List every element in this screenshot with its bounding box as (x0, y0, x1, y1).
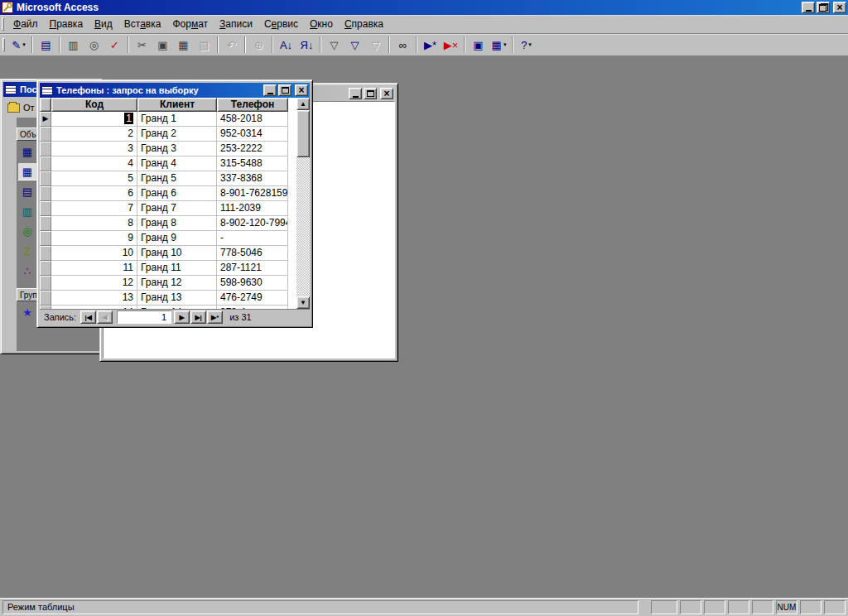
row-selector[interactable] (40, 231, 51, 246)
cell-phone[interactable]: 598-9630 (217, 276, 288, 291)
spelling-button[interactable]: ✓ (105, 36, 124, 54)
find-button[interactable]: ∞ (393, 36, 412, 54)
current-record-input[interactable] (117, 310, 171, 324)
query-maximize-button[interactable] (278, 84, 292, 96)
cell-client[interactable]: Гранд 5 (137, 171, 217, 186)
cell-id[interactable]: 9 (51, 231, 137, 246)
row-selector[interactable] (40, 142, 51, 156)
db-object-queries[interactable]: ▦ (17, 162, 37, 180)
undo-button[interactable]: ↶ (222, 36, 241, 54)
view-design-button[interactable]: ✎▾ (9, 36, 28, 54)
menu-insert[interactable]: Вставка (118, 16, 167, 33)
cell-id[interactable]: 1 (51, 112, 137, 127)
menu-records[interactable]: Записи (214, 16, 258, 33)
menu-grip[interactable] (2, 17, 4, 31)
filter-by-form-button[interactable]: ▽ (345, 36, 364, 54)
cell-client[interactable]: Гранд 10 (137, 246, 217, 261)
bg-minimize-button[interactable] (349, 88, 362, 99)
cell-id[interactable]: 14 (51, 306, 137, 309)
menu-edit[interactable]: Правка (44, 16, 89, 33)
cell-phone[interactable]: 778-5046 (217, 246, 288, 261)
cell-client[interactable]: Гранд 13 (137, 291, 217, 306)
cell-client[interactable]: Гранд 3 (137, 142, 217, 156)
print-button[interactable]: ▥ (64, 36, 83, 54)
cell-id[interactable]: 2 (51, 127, 137, 142)
row-selector[interactable] (40, 261, 51, 276)
cell-id[interactable]: 4 (51, 156, 137, 171)
cell-id[interactable]: 3 (51, 142, 137, 156)
insert-hyperlink-button[interactable]: ⊕ (249, 36, 268, 54)
menu-format[interactable]: Формат (166, 16, 214, 33)
scroll-up-button[interactable]: ▲ (296, 98, 310, 110)
cell-id[interactable]: 13 (51, 291, 137, 306)
dropdown-arrow-icon[interactable]: ▾ (22, 41, 26, 48)
row-selector[interactable] (40, 156, 51, 171)
delete-record-button[interactable]: ▶× (441, 36, 460, 54)
row-selector[interactable] (40, 186, 51, 201)
save-button[interactable]: ▤ (36, 36, 55, 54)
cell-phone[interactable]: 111-2039 (217, 201, 288, 216)
new-record-button[interactable]: ▶* (421, 36, 440, 54)
row-selector[interactable] (40, 276, 51, 291)
previous-record-button[interactable]: ◀ (97, 310, 113, 324)
scrollbar-thumb[interactable] (296, 110, 310, 157)
cell-client[interactable]: Гранд 2 (137, 127, 217, 142)
row-selector[interactable] (40, 171, 51, 186)
bg-maximize-button[interactable] (364, 88, 377, 99)
new-record-button[interactable]: ▶* (207, 310, 223, 324)
db-object-pages[interactable]: ◎ (17, 222, 37, 240)
first-record-button[interactable]: |◀ (80, 310, 96, 324)
scroll-down-button[interactable]: ▼ (296, 296, 310, 309)
db-group-favorites[interactable]: ★ (17, 303, 37, 321)
cell-client[interactable]: Гранд 6 (137, 186, 217, 201)
dropdown-arrow-icon[interactable]: ▾ (504, 41, 507, 48)
menu-window[interactable]: Окно (304, 16, 339, 33)
cut-button[interactable]: ✂ (132, 36, 152, 54)
select-all-corner[interactable] (40, 98, 51, 112)
copy-button[interactable]: ▣ (153, 36, 172, 54)
column-header-client[interactable]: Клиент (137, 98, 217, 112)
cell-client[interactable]: Гранд 8 (137, 216, 217, 231)
db-object-macros[interactable]: Z (17, 242, 37, 260)
row-selector[interactable] (40, 127, 51, 142)
cell-phone[interactable]: 952-0314 (217, 127, 288, 142)
paste-button[interactable]: ▦ (174, 36, 193, 54)
cell-phone[interactable]: 287-1121 (217, 261, 288, 276)
scrollbar-track[interactable] (296, 157, 310, 296)
cell-id[interactable]: 12 (51, 276, 137, 291)
next-record-button[interactable]: ▶ (174, 310, 190, 324)
toolbar-grip[interactable] (2, 38, 5, 51)
cell-phone[interactable]: 476-2749 (217, 291, 288, 306)
cell-client[interactable]: Гранд 11 (137, 261, 217, 276)
cell-phone[interactable]: - (217, 231, 288, 246)
column-header-id[interactable]: Код (51, 98, 137, 112)
menu-tools[interactable]: Сервис (258, 16, 304, 33)
last-record-button[interactable]: ▶| (190, 310, 206, 324)
menu-help[interactable]: Справка (339, 16, 389, 33)
query-minimize-button[interactable] (263, 84, 277, 96)
cell-phone[interactable]: 253-2222 (217, 142, 288, 156)
row-selector[interactable] (40, 201, 51, 216)
cell-phone[interactable]: 373-4 (217, 306, 288, 309)
cell-client[interactable]: Гранд 12 (137, 276, 217, 291)
cell-phone[interactable]: 8-902-120-7994 (217, 216, 288, 231)
row-selector[interactable] (40, 291, 51, 306)
current-record-selector[interactable]: ▶ (40, 112, 51, 127)
apply-filter-button[interactable]: ▽ (366, 36, 385, 54)
db-object-forms[interactable]: ▤ (17, 182, 37, 200)
cell-id[interactable]: 8 (51, 216, 137, 231)
cell-client[interactable]: Гранд 14 (137, 306, 217, 309)
cell-id[interactable]: 11 (51, 261, 137, 276)
cell-id[interactable]: 7 (51, 201, 137, 216)
cell-id[interactable]: 10 (51, 246, 137, 261)
db-object-reports[interactable]: ▥ (17, 202, 37, 220)
cell-phone[interactable]: 8-901-7628159 (217, 186, 288, 201)
dropdown-arrow-icon[interactable]: ▾ (528, 41, 532, 48)
restore-button[interactable] (817, 2, 830, 13)
format-painter-button[interactable]: ▧ (195, 36, 214, 54)
print-preview-button[interactable]: ◎ (84, 36, 104, 54)
cell-id[interactable]: 5 (51, 171, 137, 186)
database-window-button[interactable]: ▣ (469, 36, 488, 54)
filter-by-selection-button[interactable]: ▽ (325, 36, 344, 54)
sort-descending-button[interactable]: Я↓ (297, 36, 316, 54)
